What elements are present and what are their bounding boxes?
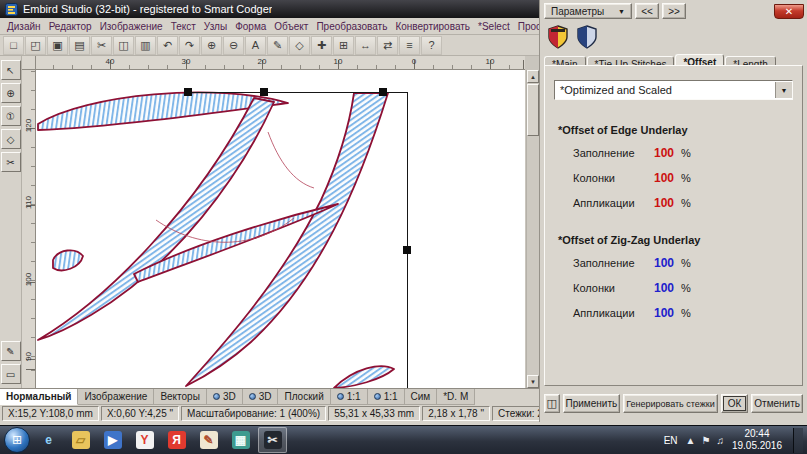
crest-red-icon[interactable] — [547, 25, 569, 49]
save-design-icon[interactable]: ▣ — [47, 36, 68, 55]
internet-explorer-icon[interactable]: e — [34, 427, 63, 453]
parameter-value-field[interactable]: 100 — [654, 306, 674, 320]
lasso-tool-icon[interactable]: ◇ — [1, 129, 21, 149]
menu-item[interactable]: *Select — [474, 20, 514, 33]
scroll-up-icon[interactable]: ▲ — [527, 70, 539, 83]
new-design-icon[interactable]: □ — [3, 36, 24, 55]
knife-tool-icon[interactable]: ✂ — [1, 152, 21, 172]
menu-item[interactable]: Редактор — [45, 20, 96, 33]
view-tab[interactable]: Нормальный — [0, 389, 78, 405]
view-tab[interactable]: *D. М — [437, 389, 475, 405]
show-desktop-button[interactable] — [793, 428, 803, 453]
zoom-in-tool-icon[interactable]: ⊕ — [1, 83, 21, 103]
design-canvas[interactable] — [36, 70, 525, 388]
pencil-tool-icon[interactable]: ✎ — [1, 341, 21, 361]
copy-icon[interactable]: ◫ — [113, 36, 134, 55]
menu-item[interactable]: Дизайн — [3, 20, 45, 33]
yandex-app-icon[interactable]: Я — [162, 427, 191, 453]
view-tab[interactable]: 1:1 — [368, 389, 405, 405]
view-tab[interactable]: 3D — [207, 389, 243, 405]
cut-icon[interactable]: ✂ — [91, 36, 112, 55]
menu-item[interactable]: Текст — [167, 20, 200, 33]
embroidery-design[interactable] — [36, 70, 525, 388]
selection-handle[interactable] — [184, 88, 192, 96]
text-tool-icon[interactable]: A — [245, 36, 266, 55]
ruler-label: 20 — [258, 57, 267, 66]
scroll-down-icon[interactable]: ▼ — [527, 375, 539, 388]
selection-handle[interactable] — [379, 88, 387, 96]
view-tab[interactable]: Сим — [405, 389, 438, 405]
redo-icon[interactable]: ↷ — [179, 36, 200, 55]
select-tool-icon[interactable]: ↖ — [1, 60, 21, 80]
selection-handle[interactable] — [260, 88, 268, 96]
mode-dot-icon — [213, 393, 220, 400]
node-edit-icon[interactable]: ✚ — [311, 36, 332, 55]
status-size-mm: 55,31 x 45,33 mm — [328, 406, 420, 421]
view-tab[interactable]: 1:1 — [331, 389, 368, 405]
list-icon[interactable]: ≡ — [399, 36, 420, 55]
measure-icon[interactable]: ↔ — [355, 36, 376, 55]
help-icon[interactable]: ? — [421, 36, 442, 55]
cancel-button[interactable]: Отменить — [751, 394, 803, 413]
open-design-icon[interactable]: ◰ — [25, 36, 46, 55]
parameter-value-field[interactable]: 100 — [654, 196, 674, 210]
scrollbar-thumb[interactable] — [527, 84, 539, 136]
menu-item[interactable]: Преобразовать — [312, 20, 391, 33]
volume-icon[interactable]: ♫ — [716, 435, 724, 446]
zoom-in-icon[interactable]: ⊕ — [201, 36, 222, 55]
generate-stitches-button[interactable]: Генерировать стежки — [623, 394, 718, 413]
manual-button[interactable]: ◫ — [544, 394, 560, 413]
apply-button[interactable]: Применить — [563, 394, 621, 413]
parameter-value-field[interactable]: 100 — [654, 256, 674, 270]
hidden-icons-icon[interactable]: ▲ — [686, 435, 696, 446]
grid-icon[interactable]: ⊞ — [333, 36, 354, 55]
swap-icon[interactable]: ⇄ — [377, 36, 398, 55]
ok-button[interactable]: ОК — [721, 394, 749, 413]
shape-tool-icon[interactable]: ◇ — [289, 36, 310, 55]
chevron-down-icon[interactable]: ▼ — [775, 82, 792, 98]
selection-handle[interactable] — [403, 246, 411, 254]
menu-item[interactable]: Изображение — [96, 20, 167, 33]
parameter-value-field[interactable]: 100 — [654, 281, 674, 295]
photo-viewer-icon[interactable]: ▦ — [226, 427, 255, 453]
menu-item[interactable]: Конвертировать — [391, 20, 474, 33]
close-button[interactable]: ✕ — [774, 4, 804, 19]
undo-icon[interactable]: ↶ — [157, 36, 178, 55]
menu-item[interactable]: Просмотр — [514, 20, 539, 33]
media-player-icon[interactable]: ▶ — [98, 427, 127, 453]
parameters-menu-button[interactable]: Параметры ▼ — [544, 3, 632, 19]
status-position-inch: X:0,60 Y:4,25 " — [101, 406, 179, 421]
view-tab[interactable]: 3D — [243, 389, 279, 405]
paint-icon[interactable]: ✎ — [194, 427, 223, 453]
view-tab[interactable]: Векторы — [154, 389, 207, 405]
draw-tool-icon[interactable]: ✎ — [267, 36, 288, 55]
view-tab[interactable]: Плоский — [278, 389, 330, 405]
view-tab[interactable]: Изображение — [78, 389, 154, 405]
ruler-label: 30 — [182, 57, 191, 66]
parameter-row: Аппликации 100 % — [573, 196, 802, 210]
collapse-panel-button[interactable]: << — [635, 3, 659, 19]
parameter-value-field[interactable]: 100 — [654, 171, 674, 185]
rectangle-tool-icon[interactable]: ▭ — [1, 364, 21, 384]
language-indicator[interactable]: EN — [664, 435, 678, 446]
flag-icon[interactable]: ⚑ — [701, 435, 710, 446]
parameter-value-field[interactable]: 100 — [654, 146, 674, 160]
menu-item[interactable]: Узлы — [200, 20, 231, 33]
zoom-one-tool-icon[interactable]: ① — [1, 106, 21, 126]
chevron-down-icon: ▼ — [618, 8, 625, 15]
zoom-out-icon[interactable]: ⊖ — [223, 36, 244, 55]
folder-icon[interactable]: ▱ — [66, 427, 95, 453]
ruler-label: 40 — [106, 57, 115, 66]
menu-item[interactable]: Форма — [231, 20, 270, 33]
underlay-mode-select[interactable]: *Optimized and Scaled ▼ — [554, 80, 793, 100]
cross-stitch-app-icon[interactable]: ✂ — [258, 427, 287, 453]
vertical-scrollbar[interactable]: ▲ ▼ — [526, 70, 539, 388]
clock[interactable]: 20:44 19.05.2016 — [732, 428, 782, 452]
paste-icon[interactable]: ▥ — [135, 36, 156, 55]
start-button[interactable]: ⊞ — [4, 427, 30, 453]
print-icon[interactable]: ▤ — [69, 36, 90, 55]
yandex-browser-icon[interactable]: Y — [130, 427, 159, 453]
crest-blue-icon[interactable] — [576, 25, 598, 49]
expand-panel-button[interactable]: >> — [662, 3, 686, 19]
menu-item[interactable]: Объект — [270, 20, 312, 33]
